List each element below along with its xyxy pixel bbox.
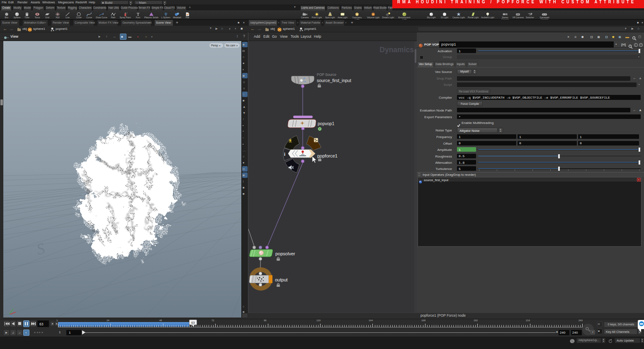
svg-text:POP Source: POP Source: [317, 73, 336, 77]
svg-text:output: output: [275, 277, 288, 282]
svg-text:popsolver: popsolver: [275, 251, 295, 256]
svg-text:popvop1: popvop1: [318, 121, 334, 126]
svg-text:i: i: [284, 152, 285, 157]
svg-text:source_first_input: source_first_input: [317, 78, 351, 83]
